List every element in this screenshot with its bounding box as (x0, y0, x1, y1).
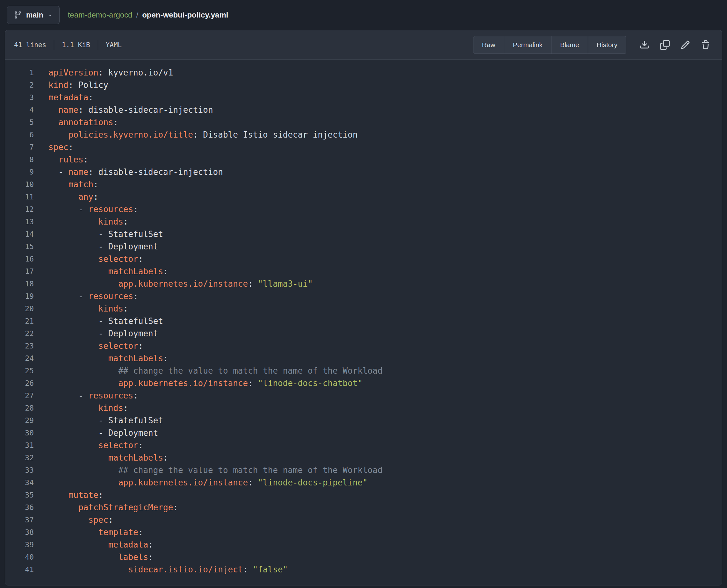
code-line: 15 - Deployment (5, 240, 722, 253)
line-number[interactable]: 11 (5, 191, 34, 203)
line-number[interactable]: 1 (5, 67, 34, 79)
line-number[interactable]: 38 (5, 526, 34, 539)
line-number[interactable]: 18 (5, 278, 34, 290)
file-actions: Raw Permalink Blame History (473, 36, 713, 54)
line-number[interactable]: 25 (5, 365, 34, 377)
copy-button[interactable] (658, 38, 672, 52)
file-header-bar: 41 lines 1.1 KiB YAML Raw Permalink Blam… (5, 30, 722, 60)
line-content: rules: (34, 153, 88, 166)
line-number[interactable]: 35 (5, 489, 34, 501)
code-line: 28 kinds: (5, 402, 722, 414)
code-line: 39 metadata: (5, 539, 722, 551)
line-number[interactable]: 21 (5, 315, 34, 328)
download-icon (640, 40, 649, 50)
file-name: open-webui-policy.yaml (142, 10, 228, 19)
download-button[interactable] (637, 38, 652, 52)
edit-icon (681, 40, 690, 50)
line-content: - StatefulSet (34, 228, 163, 240)
line-content: - Deployment (34, 240, 158, 253)
repo-link[interactable]: team-demo-argocd (68, 10, 132, 19)
code-line: 5 annotations: (5, 116, 722, 129)
line-content: mutate: (34, 489, 103, 501)
line-content: - resources: (34, 203, 138, 216)
line-number[interactable]: 19 (5, 290, 34, 302)
line-number[interactable]: 31 (5, 439, 34, 452)
history-button[interactable]: History (588, 36, 626, 54)
line-content: template: (34, 526, 143, 539)
line-number[interactable]: 4 (5, 104, 34, 116)
line-content: patchStrategicMerge: (34, 501, 178, 514)
line-number[interactable]: 23 (5, 340, 34, 352)
line-number[interactable]: 16 (5, 253, 34, 265)
line-number[interactable]: 17 (5, 265, 34, 278)
line-number[interactable]: 37 (5, 514, 34, 526)
line-number[interactable]: 8 (5, 153, 34, 166)
code-line: 36 patchStrategicMerge: (5, 501, 722, 514)
code-line: 19 - resources: (5, 290, 722, 302)
line-number[interactable]: 22 (5, 328, 34, 340)
line-number[interactable]: 20 (5, 302, 34, 315)
line-content: kinds: (34, 302, 128, 315)
blame-button[interactable]: Blame (551, 36, 588, 54)
line-content: ## change the value to match the name of… (34, 464, 382, 477)
line-number[interactable]: 28 (5, 402, 34, 414)
line-content: matchLabels: (34, 352, 168, 365)
line-content: kind: Policy (34, 79, 108, 91)
code-line: 35 mutate: (5, 489, 722, 501)
breadcrumb: team-demo-argocd / open-webui-policy.yam… (68, 10, 228, 19)
line-number[interactable]: 32 (5, 452, 34, 464)
line-number[interactable]: 10 (5, 178, 34, 191)
code-line: 14 - StatefulSet (5, 228, 722, 240)
line-number[interactable]: 34 (5, 477, 34, 489)
line-number[interactable]: 36 (5, 501, 34, 514)
line-number[interactable]: 39 (5, 539, 34, 551)
line-number[interactable]: 9 (5, 166, 34, 178)
code-line: 1apiVersion: kyverno.io/v1 (5, 67, 722, 79)
line-content: selector: (34, 253, 143, 265)
line-content: metadata: (34, 539, 153, 551)
line-number[interactable]: 3 (5, 91, 34, 104)
permalink-button[interactable]: Permalink (504, 36, 552, 54)
raw-button[interactable]: Raw (473, 36, 504, 54)
code-line: 41 sidecar.istio.io/inject: "false" (5, 564, 722, 576)
code-line: 23 selector: (5, 340, 722, 352)
line-number[interactable]: 27 (5, 390, 34, 402)
code-line: 37 spec: (5, 514, 722, 526)
line-number[interactable]: 41 (5, 564, 34, 576)
line-number[interactable]: 40 (5, 551, 34, 564)
edit-button[interactable] (678, 38, 692, 52)
code-line: 3metadata: (5, 91, 722, 104)
line-number[interactable]: 14 (5, 228, 34, 240)
code-line: 25 ## change the value to match the name… (5, 365, 722, 377)
line-number[interactable]: 5 (5, 116, 34, 129)
branch-selector[interactable]: main (7, 6, 60, 24)
code-line: 27 - resources: (5, 390, 722, 402)
line-number[interactable]: 30 (5, 427, 34, 439)
line-content: selector: (34, 439, 143, 452)
line-number[interactable]: 6 (5, 129, 34, 141)
code-line: 34 app.kubernetes.io/instance: "linode-d… (5, 477, 722, 489)
divider (98, 40, 98, 50)
line-number[interactable]: 26 (5, 377, 34, 390)
line-content: policies.kyverno.io/title: Disable Istio… (34, 129, 358, 141)
delete-button[interactable] (698, 38, 713, 52)
line-content: matchLabels: (34, 265, 168, 278)
line-content: name: disable-sidecar-injection (34, 104, 213, 116)
line-content: labels: (34, 551, 153, 564)
line-number[interactable]: 15 (5, 240, 34, 253)
code-line: 12 - resources: (5, 203, 722, 216)
file-viewer: 41 lines 1.1 KiB YAML Raw Permalink Blam… (5, 30, 722, 585)
line-content: ## change the value to match the name of… (34, 365, 382, 377)
line-number[interactable]: 12 (5, 203, 34, 216)
line-number[interactable]: 2 (5, 79, 34, 91)
line-content: - resources: (34, 290, 138, 302)
code-line: 22 - Deployment (5, 328, 722, 340)
line-number[interactable]: 13 (5, 216, 34, 228)
file-language: YAML (106, 41, 122, 49)
line-number[interactable]: 29 (5, 414, 34, 427)
line-number[interactable]: 33 (5, 464, 34, 477)
line-number[interactable]: 7 (5, 141, 34, 153)
code-line: 16 selector: (5, 253, 722, 265)
line-number[interactable]: 24 (5, 352, 34, 365)
file-navigation-bar: main team-demo-argocd / open-webui-polic… (0, 0, 727, 30)
